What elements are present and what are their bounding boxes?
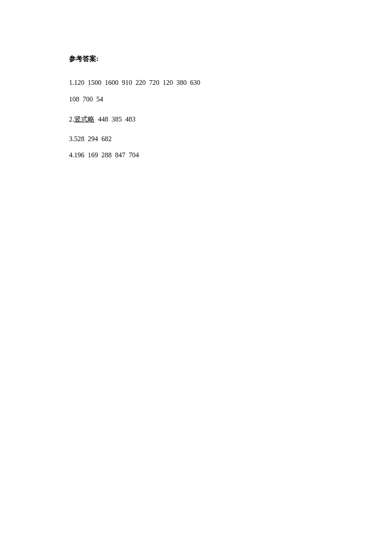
answer-2-line: 2.竖式略 448 385 483 [69, 114, 345, 125]
answer-1-line-2: 108 700 54 [69, 94, 345, 105]
answer-3-line: 3.528 294 682 [69, 133, 345, 145]
answer-4: 4.196 169 288 847 704 [69, 150, 345, 161]
answer-key-heading: 参考答案: [69, 55, 345, 64]
answer-2-prefix: 2. [69, 116, 74, 123]
answer-2-rest: 448 385 483 [95, 116, 135, 123]
answer-4-line: 4.196 169 288 847 704 [69, 150, 345, 161]
answer-1: 1.120 1500 1600 910 220 720 120 380 630 … [69, 77, 345, 104]
answer-2: 2.竖式略 448 385 483 [69, 114, 345, 125]
answer-3: 3.528 294 682 [69, 133, 345, 145]
answer-1-line-1: 1.120 1500 1600 910 220 720 120 380 630 [69, 77, 345, 88]
answer-2-underlined: 竖式略 [74, 116, 95, 123]
